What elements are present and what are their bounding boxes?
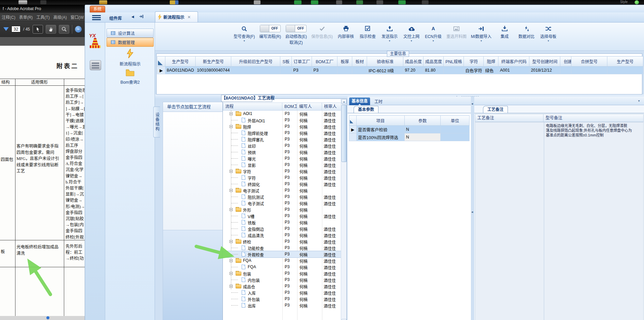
dock-button-data-management[interactable]: 数据管理 xyxy=(107,38,154,47)
main-table-cell[interactable] xyxy=(280,67,292,74)
toggle-switch[interactable]: OFF xyxy=(286,25,307,32)
taskbar-icon[interactable] xyxy=(254,0,260,4)
main-table-cell[interactable]: 绿色 xyxy=(484,67,498,74)
param-row[interactable]: 是否100%回流焊筛选 N xyxy=(349,133,470,141)
collapse-toggle-icon[interactable] xyxy=(230,259,233,262)
collapse-toggle-icon[interactable] xyxy=(230,125,233,128)
flow-node-row-folder[interactable]: FQAP3 何楠 酒佳佳 xyxy=(223,257,341,264)
subtab-craft-remark[interactable]: 工艺备注 xyxy=(483,106,508,113)
toolbar-integrate-button[interactable]: 集成 xyxy=(496,25,513,50)
flow-node-row-folder[interactable]: 外形P3 何楠 xyxy=(223,206,341,213)
dock-pin-button[interactable] xyxy=(139,15,144,19)
collapse-left-icon[interactable]: ◀ xyxy=(471,211,473,213)
dock-item-bom-query[interactable]: Bom查询2 xyxy=(110,69,150,85)
param-value[interactable]: N xyxy=(405,126,441,133)
dock-item-new-flow[interactable]: 新流程指示 xyxy=(110,49,150,67)
acrobat-menu-item[interactable]: 注释(C) xyxy=(2,14,15,20)
flow-node-row-step[interactable]: 外包装P3 何楠 酒佳佳 xyxy=(223,296,341,302)
main-table-cell[interactable]: P3 xyxy=(292,67,312,74)
acrobat-menu-item[interactable]: 高级(A) xyxy=(53,14,67,20)
toolbar-data-compare-button[interactable]: 数据对比 xyxy=(518,25,535,50)
main-table-cell[interactable]: IPC-6012 II级 xyxy=(367,67,403,74)
param-unit[interactable] xyxy=(441,133,470,141)
collapse-toggle-icon[interactable] xyxy=(230,240,233,243)
flow-node-row-step[interactable]: 铣板P3 何楠 xyxy=(223,219,341,226)
main-table-cell[interactable] xyxy=(337,67,352,74)
calculator-icon[interactable] xyxy=(90,60,101,70)
main-table-cell[interactable] xyxy=(231,67,280,74)
acrobat-menu-item[interactable]: 窗口(W xyxy=(71,14,84,20)
subtab-basic-params[interactable]: 基本参数 xyxy=(354,106,378,113)
toolbar-save-info-button[interactable]: 保存信息(S) xyxy=(311,25,333,50)
main-table-col-header[interactable]: BOM工厂 xyxy=(312,56,337,67)
col-header-bom-factory[interactable]: BOM工厂 xyxy=(282,103,297,111)
param-row[interactable]: ▶ 是否需客户检验 N xyxy=(349,126,470,133)
chevron-down-icon[interactable]: ▼ xyxy=(638,99,640,103)
toolbar-reselect-cutting-diagram-button[interactable]: 重选开料图 xyxy=(446,25,467,50)
flow-node-row-step[interactable]: 外层AOI1P3 何楠 酒佳佳 xyxy=(223,117,341,123)
flow-node-row-step[interactable]: 外观检查P3 何楠 酒佳佳 xyxy=(223,251,341,257)
flow-node-row-step[interactable]: 电子测试P3 何楠 酒佳佳 xyxy=(223,200,341,206)
toggle-switch[interactable]: OFF xyxy=(260,25,281,32)
next-page-icon[interactable] xyxy=(3,27,9,34)
toolbar-write-flow-button[interactable]: OFF编写流程(R) xyxy=(259,25,281,50)
flow-node-row-step[interactable]: 出库P3 何楠 酒佳佳 xyxy=(223,302,341,309)
main-table-cell[interactable]: 97.20 xyxy=(403,67,424,74)
collapse-toggle-icon[interactable] xyxy=(230,170,233,173)
select-tool-button[interactable] xyxy=(33,25,43,34)
tab-basic-info[interactable]: 基本信息 xyxy=(349,97,370,105)
flow-node-row-step[interactable]: 字符P3 何楠 酒佳佳 xyxy=(223,174,341,181)
collapse-toggle-icon[interactable] xyxy=(230,189,233,192)
main-table-col-header[interactable]: 验收标准 xyxy=(367,56,403,67)
main-table-col-header[interactable]: PNL规格 xyxy=(444,56,464,67)
param-col-header[interactable]: 单位 xyxy=(441,116,470,126)
taskbar-icon[interactable] xyxy=(356,0,363,4)
toolbar-internal-audit-button[interactable]: 内部审核 xyxy=(337,25,355,50)
taskbar-icon[interactable] xyxy=(40,0,46,4)
dropdown-caret-icon[interactable]: ▼ xyxy=(243,40,245,42)
col-header-writer[interactable]: 编写人 xyxy=(297,103,322,111)
toolbar-mi-data-import-button[interactable]: MI数据导入▼ xyxy=(471,25,491,50)
main-table-row[interactable]: ▶8AO011NDAO10010800040744P3P3IPC-6012 II… xyxy=(157,67,580,74)
dropdown-caret-icon[interactable]: ▼ xyxy=(410,40,413,42)
scrollbar-thumb[interactable] xyxy=(341,105,347,162)
main-table-col-header[interactable]: 阻焊 xyxy=(484,56,498,67)
col-header-flow[interactable]: 流程 xyxy=(223,103,282,111)
flow-node-row-step[interactable]: 显影P3 何楠 酒佳佳 xyxy=(223,162,341,168)
main-table-col-header[interactable]: 新生产型号 xyxy=(196,56,231,67)
taskbar-icon[interactable] xyxy=(422,0,429,4)
flow-node-row-step[interactable]: 内包装P3 何楠 酒佳佳 xyxy=(223,277,341,283)
taskbar-icon[interactable] xyxy=(336,0,342,4)
taskbar-icon[interactable] xyxy=(311,0,318,4)
dropdown-caret-icon[interactable]: ▼ xyxy=(389,40,391,42)
main-table-col-header[interactable]: 板材 xyxy=(352,56,367,67)
flow-node-row-step[interactable]: 终固化P3 何楠 酒佳佳 xyxy=(223,181,341,187)
flow-node-row-folder[interactable]: 终检P3 何楠 酒佳佳 xyxy=(223,238,341,245)
collapse-toggle-icon[interactable] xyxy=(230,285,233,288)
flow-node-row-step[interactable]: FQAP3 何楠 酒佳佳 xyxy=(223,264,341,270)
flow-node-row-folder[interactable]: 成品仓P3 何楠 酒佳佳 xyxy=(223,283,341,289)
acrobat-menu-item[interactable]: 表单(R) xyxy=(19,14,33,20)
side-tab-device-structure[interactable]: 设备结构 xyxy=(153,107,160,137)
close-tab-icon[interactable]: ✕ xyxy=(188,15,191,19)
flow-node-row-step[interactable]: 预烘P3 何楠 酒佳佳 xyxy=(223,149,341,155)
toolbar-select-motherboard-button[interactable]: 选择母板▼ xyxy=(539,25,557,50)
toolbar-ecn-upgrade-button[interactable]: AECN升级▼ xyxy=(425,25,442,50)
param-value[interactable]: N xyxy=(405,133,441,141)
tab-new-flow-instruction[interactable]: 新流程指示 ✕ xyxy=(155,11,198,22)
remark-body[interactable]: 电路板边缘光滑无毛刺、白化、分层，无阻焊漆脱落及线路铜箔凸起现象;外形孔与板内任… xyxy=(475,122,644,320)
toolbar-doc-control-upload-button[interactable]: 文控上网▼ xyxy=(403,25,420,50)
flow-node-row-step[interactable]: 金指倒边P3 何楠 酒佳佳 xyxy=(223,226,341,232)
main-table-cell[interactable] xyxy=(352,67,367,74)
param-item[interactable]: 是否需客户检验 xyxy=(357,126,405,133)
main-table-col-header[interactable]: 终端客户代码 xyxy=(498,56,529,67)
page-number-input[interactable] xyxy=(11,26,21,32)
main-table-col-header[interactable]: 成品宽度 xyxy=(424,56,444,67)
dropdown-caret-icon[interactable]: ▼ xyxy=(432,40,435,42)
param-col-header[interactable]: 参数 xyxy=(405,116,441,126)
param-unit[interactable] xyxy=(441,126,470,133)
dropdown-caret-icon[interactable]: ▼ xyxy=(480,40,482,42)
param-item[interactable]: 是否100%回流焊筛选 xyxy=(357,133,405,141)
scroll-up-icon[interactable]: ▲ xyxy=(341,99,347,104)
phone-icon[interactable] xyxy=(635,0,639,4)
